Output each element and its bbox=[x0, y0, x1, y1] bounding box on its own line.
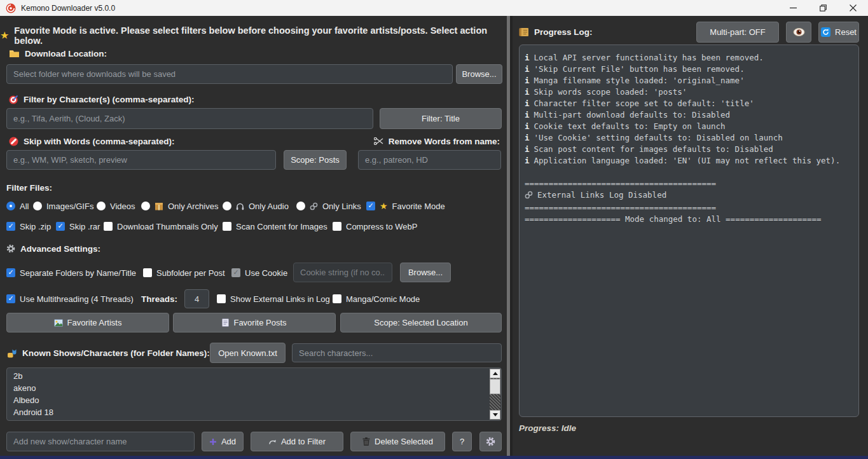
radio-only-archives[interactable]: Only Archives bbox=[141, 201, 218, 211]
eye-toggle-button[interactable] bbox=[786, 22, 811, 43]
list-item[interactable]: 2b bbox=[7, 370, 501, 382]
scissors-icon bbox=[374, 137, 383, 145]
log-line: iCharacter filter scope set to default: … bbox=[525, 98, 853, 109]
eye-icon bbox=[793, 27, 805, 37]
log-line: i'Skip Current File' button has been rem… bbox=[525, 64, 853, 75]
link-icon bbox=[310, 202, 318, 210]
skip-words-input[interactable] bbox=[6, 150, 276, 170]
info-icon: i bbox=[525, 133, 530, 142]
download-location-label: Download Location: bbox=[9, 48, 107, 59]
add-character-input[interactable] bbox=[6, 432, 195, 451]
log-line: iScan post content for images defaults t… bbox=[525, 144, 853, 155]
log-text: Character filter scope set to default: '… bbox=[534, 99, 754, 108]
favorite-artists-button[interactable]: Favorite Artists bbox=[6, 313, 169, 332]
restore-button[interactable] bbox=[808, 0, 838, 16]
scroll-up-button[interactable] bbox=[490, 369, 500, 378]
close-button[interactable] bbox=[838, 0, 868, 16]
threads-input[interactable] bbox=[184, 289, 209, 308]
skip-scope-button[interactable]: Scope: Posts bbox=[284, 150, 347, 170]
checkbox-multithreading[interactable]: Use Multithreading (4 Threads) bbox=[6, 294, 134, 304]
cookie-string-input[interactable] bbox=[293, 263, 392, 282]
checkbox-scan-content[interactable]: Scan Content for Images bbox=[223, 221, 327, 231]
arrow-down-icon bbox=[493, 413, 498, 416]
checkbox-favorite-mode[interactable]: ★ Favorite Mode bbox=[366, 201, 445, 211]
folder-icon bbox=[9, 49, 20, 58]
list-item[interactable]: akeno bbox=[7, 382, 501, 394]
info-icon: i bbox=[525, 99, 530, 108]
download-location-input[interactable] bbox=[6, 64, 453, 84]
character-filter-input[interactable] bbox=[6, 108, 373, 129]
checkbox-indicator bbox=[333, 222, 341, 231]
minimize-button[interactable] bbox=[778, 0, 808, 16]
panel-splitter[interactable] bbox=[505, 16, 513, 459]
filter-scope-button[interactable]: Filter: Title bbox=[380, 108, 502, 129]
log-line: iMulti-part download defaults to: Disabl… bbox=[525, 109, 853, 121]
radio-all[interactable]: All bbox=[6, 201, 29, 211]
log-text: Manga filename style loaded: 'original_n… bbox=[534, 76, 745, 85]
star-icon: ★ bbox=[0, 31, 9, 41]
open-known-txt-button[interactable]: Open Known.txt bbox=[210, 343, 286, 363]
list-item[interactable]: Albedo bbox=[7, 394, 501, 406]
radio-images-gifs[interactable]: Images/GIFs bbox=[33, 201, 93, 211]
list-item[interactable]: Android 18 bbox=[7, 406, 501, 418]
help-button[interactable]: ? bbox=[452, 432, 472, 451]
multipart-toggle-button[interactable]: Multi-part: OFF bbox=[696, 22, 779, 43]
banner-text: Favorite Mode is active. Please select f… bbox=[14, 25, 505, 46]
search-characters-input[interactable] bbox=[292, 343, 502, 362]
reset-button[interactable]: Reset bbox=[818, 22, 859, 43]
character-list[interactable]: 2b akeno Albedo Android 18 Android 21 bbox=[6, 367, 502, 421]
list-scrollbar[interactable] bbox=[490, 369, 500, 420]
scroll-down-button[interactable] bbox=[490, 410, 500, 420]
checkbox-separate-folders[interactable]: Separate Folders by Name/Title bbox=[6, 268, 136, 278]
delete-selected-button[interactable]: Delete Selected bbox=[350, 432, 445, 451]
checkbox-indicator bbox=[6, 294, 15, 303]
log-text: Skip words scope loaded: 'posts' bbox=[534, 87, 687, 97]
log-line: iSkip words scope loaded: 'posts' bbox=[525, 86, 853, 98]
checkbox-download-thumbnails[interactable]: Download Thumbnails Only bbox=[104, 221, 218, 231]
checkbox-skip-rar[interactable]: Skip .rar bbox=[56, 221, 100, 231]
add-button[interactable]: Add bbox=[202, 432, 244, 451]
checkbox-compress-webp[interactable]: Compress to WebP bbox=[333, 221, 417, 231]
info-icon: i bbox=[525, 156, 530, 165]
info-icon: i bbox=[525, 76, 530, 85]
checkbox-indicator bbox=[223, 222, 231, 231]
log-line bbox=[525, 167, 853, 178]
checkbox-indicator bbox=[231, 268, 240, 277]
log-text: Multi-part download defaults to: Disable… bbox=[534, 110, 731, 120]
progress-log-label: Progress Log: bbox=[519, 27, 593, 37]
log-line: iApplication language loaded: 'EN' (UI m… bbox=[525, 155, 853, 167]
window-bottom-accent bbox=[0, 456, 868, 459]
checkbox-indicator bbox=[333, 294, 341, 303]
progress-log-output[interactable]: iLocal API server functionality has been… bbox=[519, 45, 859, 417]
browse-cookie-button[interactable]: Browse... bbox=[400, 263, 451, 282]
favorite-posts-button[interactable]: Favorite Posts bbox=[173, 313, 336, 332]
progress-status: Progress: Idle bbox=[519, 423, 576, 433]
info-icon: i bbox=[525, 110, 530, 120]
checkbox-show-external-links[interactable]: Show External Links in Log bbox=[217, 294, 330, 304]
log-text: 'Use Cookie' setting defaults to: Disabl… bbox=[534, 133, 783, 142]
remove-words-input[interactable] bbox=[358, 150, 501, 170]
cat-icon bbox=[8, 348, 17, 358]
titlebar: Kemono Downloader v5.0.0 bbox=[0, 0, 868, 16]
radio-only-links[interactable]: Only Links bbox=[296, 201, 361, 211]
checkbox-indicator bbox=[56, 222, 65, 231]
info-icon: i bbox=[525, 144, 530, 154]
settings-gear-button[interactable] bbox=[479, 432, 502, 451]
favorite-mode-banner: ★ Favorite Mode is active. Please select… bbox=[0, 25, 505, 46]
checkbox-use-cookie[interactable]: Use Cookie bbox=[231, 268, 287, 278]
scrollbar-thumb[interactable] bbox=[490, 379, 500, 394]
add-to-filter-button[interactable]: Add to Filter bbox=[251, 432, 343, 451]
radio-videos[interactable]: Videos bbox=[97, 201, 135, 211]
info-icon: i bbox=[525, 53, 530, 62]
log-text: ======================================== bbox=[525, 203, 716, 212]
list-item[interactable]: Android 21 bbox=[7, 418, 501, 421]
log-text: ======================================== bbox=[525, 179, 716, 188]
checkbox-manga-mode[interactable]: Manga/Comic Mode bbox=[333, 294, 420, 304]
checkbox-skip-zip[interactable]: Skip .zip bbox=[6, 221, 51, 231]
skip-words-label: Skip with Words (comma-separated): bbox=[9, 135, 175, 147]
checkbox-subfolder-per-post[interactable]: Subfolder per Post bbox=[143, 268, 225, 278]
browse-download-button[interactable]: Browse... bbox=[456, 64, 502, 84]
window-title: Kemono Downloader v5.0.0 bbox=[21, 4, 115, 13]
scope-selected-location-button[interactable]: Scope: Selected Location bbox=[340, 313, 502, 332]
radio-only-audio[interactable]: Only Audio bbox=[223, 201, 289, 211]
